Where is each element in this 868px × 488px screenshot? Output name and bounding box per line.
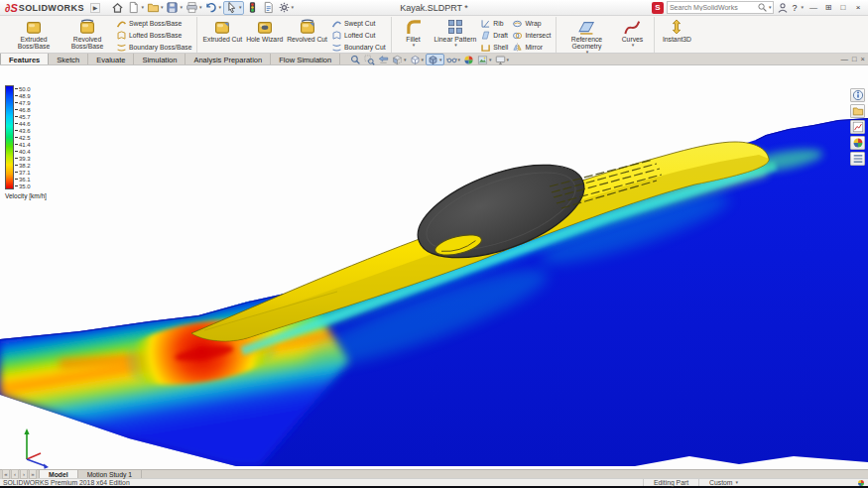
wrap-button[interactable]: Wrap [512,18,551,29]
swept-cut-button[interactable]: Swept Cut [331,18,386,29]
appearance-button[interactable] [850,136,865,150]
tab-scroll-button[interactable]: » [29,469,37,479]
print-button[interactable]: ▾ [185,1,203,15]
legend-tick [15,179,18,180]
graphics-viewport[interactable] [0,65,868,469]
select-button[interactable]: ▾ [223,1,244,15]
help-dropdown-caret[interactable]: ▾ [801,5,804,10]
open-button[interactable]: ▾ [146,1,165,15]
open-results-button[interactable] [850,104,865,118]
dropdown-caret[interactable]: ▾ [507,58,510,62]
hide-show-items-button[interactable]: ▾ [445,54,462,65]
instant3d-button[interactable]: Instant3D [658,17,695,53]
tab-scroll-button[interactable]: « [2,469,10,479]
dropdown-caret[interactable]: ▾ [218,5,221,10]
dropdown-caret[interactable]: ▾ [141,5,144,10]
rib-button[interactable]: Rib [480,18,508,29]
search-dropdown-caret[interactable]: ▾ [769,5,772,10]
legend-tick [15,109,18,110]
dropdown-caret[interactable]: ▾ [439,58,442,62]
new-button[interactable]: ▾ [126,1,145,15]
revolved-boss-base-button[interactable]: Revolved Boss/Base [61,17,114,53]
unit-system-selector[interactable]: Custom ▾ [698,479,748,486]
help-button[interactable]: ? [792,3,797,13]
doc-restore-button[interactable]: □ [852,56,857,63]
search-input[interactable] [670,4,757,11]
previous-view-button[interactable] [377,54,390,65]
mirror-button[interactable]: Mirror [512,42,551,53]
legend-value-text: 46.8 [19,107,31,113]
lofted-boss-base-button[interactable]: Lofted Boss/Base [116,30,191,41]
close-button[interactable]: × [851,1,865,14]
zoom-to-fit-button[interactable] [349,54,362,65]
dropdown-caret[interactable]: ▾ [489,58,492,62]
linear-pattern-button[interactable]: Linear Pattern▾ [433,17,479,53]
zoom-to-area-button[interactable] [363,54,376,65]
save-button[interactable]: ▾ [165,1,184,15]
intersect-button[interactable]: Intersect [512,30,551,41]
menu-flyout-button[interactable]: ▶ [90,3,101,13]
rebuild-button[interactable] [245,1,260,15]
view-orientation-button[interactable]: ▾ [409,54,426,65]
tab-scroll-button[interactable]: ‹ [11,469,19,479]
boundary-boss-base-button[interactable]: Boundary Boss/Base [116,42,191,53]
section-view-button[interactable]: ▾ [391,54,408,65]
swept-boss-base-button[interactable]: Swept Boss/Base [116,18,191,29]
tab-evaluate[interactable]: Evaluate [88,54,134,64]
tab-motion-study-1[interactable]: Motion Study 1 [78,470,142,478]
doc-minimize-button[interactable]: — [841,56,849,63]
status-options-icon[interactable] [857,479,865,487]
pattern-icon [446,18,464,36]
dropdown-caret[interactable]: ▾ [413,43,416,48]
display-style-button[interactable]: ▾ [426,54,444,65]
shell-button[interactable]: Shell [480,42,508,53]
restore-button[interactable]: □ [836,1,850,14]
search-icon[interactable] [757,2,768,13]
tab-model[interactable]: Model [40,470,78,478]
dropdown-caret[interactable]: ▾ [161,5,164,10]
reference-geometry-button[interactable]: Reference Geometry▾ [559,17,613,53]
dropdown-caret[interactable]: ▾ [199,5,202,10]
extruded-cut-button[interactable]: Extruded Cut [200,17,244,53]
curves-button[interactable]: Curves▾ [613,17,651,53]
tab-sketch[interactable]: Sketch [49,54,88,64]
tab-features[interactable]: Features [0,54,49,64]
home-button[interactable] [110,1,125,15]
legend-value-text: 38.2 [19,163,31,169]
user-account-icon[interactable] [777,2,789,14]
tab-analysis-preparation[interactable]: Analysis Preparation [186,54,271,64]
dropdown-caret[interactable]: ▾ [422,58,425,62]
dropdown-caret[interactable]: ▾ [454,43,457,48]
hole-wizard-button[interactable]: Hole Wizard [244,17,285,53]
undo-button[interactable]: ▾ [203,1,222,15]
title-bar: ∂S SOLIDWORKS ▶ ▾▾▾▾▾▾▾ Kayak.SLDPRT * S… [0,0,868,16]
tab-scroll-button[interactable]: › [20,469,28,479]
fillet-button[interactable]: Fillet▾ [395,17,433,53]
boundary-cut-button[interactable]: Boundary Cut [331,42,386,53]
list-button[interactable] [850,152,865,166]
apply-scene-icon [477,55,488,65]
maximize-button[interactable]: ⊞ [821,1,835,14]
revolved-cut-button[interactable]: Revolved Cut [285,17,329,53]
info-button[interactable] [850,88,865,102]
doc-close-button[interactable]: × [861,56,865,63]
dropdown-caret[interactable]: ▾ [632,43,635,48]
apply-scene-button[interactable]: ▾ [476,54,493,65]
dropdown-caret[interactable]: ▾ [292,5,295,10]
edit-appearance-button[interactable] [462,54,475,65]
extruded-boss-base-button[interactable]: Extruded Boss/Base [7,17,61,53]
draft-button[interactable]: Draft [480,30,508,41]
dropdown-caret[interactable]: ▾ [180,5,183,10]
dropdown-caret[interactable]: ▾ [239,5,242,10]
unit-system-caret[interactable]: ▾ [735,480,738,485]
plot-button[interactable] [850,120,865,134]
tab-flow-simulation[interactable]: Flow Simulation [271,54,340,64]
dropdown-caret[interactable]: ▾ [404,58,407,62]
file-properties-button[interactable] [261,1,276,15]
minimize-button[interactable]: — [806,1,820,14]
tab-simulation[interactable]: Simulation [134,54,186,64]
options-button[interactable]: ▾ [277,1,296,15]
view-settings-button[interactable]: ▾ [494,54,511,65]
dropdown-caret[interactable]: ▾ [458,58,461,62]
lofted-cut-button[interactable]: Lofted Cut [331,30,386,41]
